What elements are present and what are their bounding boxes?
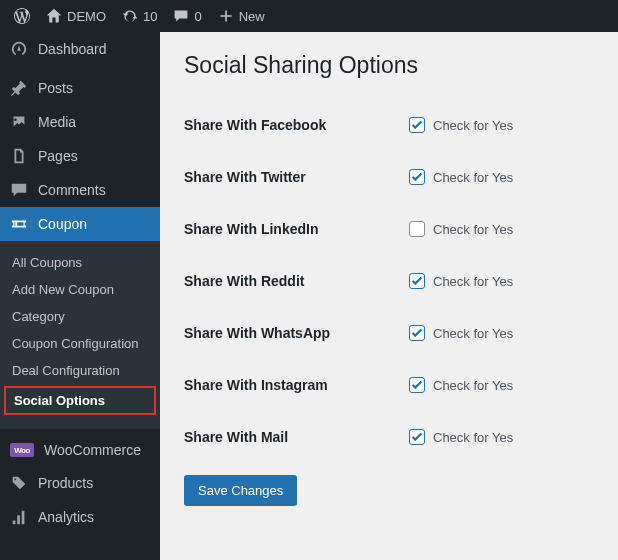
coupon-submenu: All Coupons Add New Coupon Category Coup… [0,241,160,429]
checkbox-label[interactable]: Check for Yes [433,378,513,393]
checkbox-label[interactable]: Check for Yes [433,274,513,289]
sidebar-item-label: Dashboard [38,41,107,57]
submenu-social-options[interactable]: Social Options [4,386,156,415]
wordpress-icon [14,8,30,24]
home-icon [46,8,62,24]
sidebar-item-products[interactable]: Products [0,466,160,500]
option-label: Share With WhatsApp [184,325,409,341]
option-control: Check for Yes [409,429,513,445]
sidebar-item-comments[interactable]: Comments [0,173,160,207]
new-label: New [239,9,265,24]
option-control: Check for Yes [409,169,513,185]
checkbox-label[interactable]: Check for Yes [433,170,513,185]
coupon-icon [10,215,28,233]
sidebar-item-woocommerce[interactable]: Woo WooCommerce [0,434,160,466]
sidebar-item-label: Media [38,114,76,130]
checkbox[interactable] [409,429,425,445]
checkbox[interactable] [409,169,425,185]
admin-sidebar: Dashboard Posts Media Pages Comments Cou… [0,32,160,560]
option-label: Share With Reddit [184,273,409,289]
updates-count: 10 [143,9,157,24]
page-title: Social Sharing Options [184,52,594,79]
checkbox-label[interactable]: Check for Yes [433,118,513,133]
comments-count: 0 [194,9,201,24]
checkbox[interactable] [409,221,425,237]
sidebar-item-label: Comments [38,182,106,198]
pages-icon [10,147,28,165]
save-changes-button[interactable]: Save Changes [184,475,297,506]
sidebar-item-label: Analytics [38,509,94,525]
products-icon [10,474,28,492]
sidebar-item-label: Coupon [38,216,87,232]
option-control: Check for Yes [409,117,513,133]
comment-icon [173,8,189,24]
option-row: Share With Mail Check for Yes [184,411,594,463]
option-control: Check for Yes [409,325,513,341]
checkbox[interactable] [409,117,425,133]
wordpress-logo-link[interactable] [8,0,36,32]
sidebar-item-label: Posts [38,80,73,96]
option-label: Share With Mail [184,429,409,445]
option-label: Share With LinkedIn [184,221,409,237]
submenu-add-new-coupon[interactable]: Add New Coupon [0,276,160,303]
checkbox-label[interactable]: Check for Yes [433,222,513,237]
submenu-category[interactable]: Category [0,303,160,330]
option-row: Share With LinkedIn Check for Yes [184,203,594,255]
option-label: Share With Facebook [184,117,409,133]
comments-link[interactable]: 0 [167,0,207,32]
sidebar-item-analytics[interactable]: Analytics [0,500,160,534]
checkbox-label[interactable]: Check for Yes [433,430,513,445]
analytics-icon [10,508,28,526]
updates-link[interactable]: 10 [116,0,163,32]
pin-icon [10,79,28,97]
site-name: DEMO [67,9,106,24]
media-icon [10,113,28,131]
plus-icon [218,8,234,24]
option-label: Share With Twitter [184,169,409,185]
dashboard-icon [10,40,28,58]
sidebar-item-label: WooCommerce [44,442,141,458]
sidebar-item-pages[interactable]: Pages [0,139,160,173]
admin-toolbar: DEMO 10 0 New [0,0,618,32]
checkbox[interactable] [409,325,425,341]
option-row: Share With WhatsApp Check for Yes [184,307,594,359]
submenu-all-coupons[interactable]: All Coupons [0,249,160,276]
submenu-deal-configuration[interactable]: Deal Configuration [0,357,160,384]
sidebar-item-dashboard[interactable]: Dashboard [0,32,160,66]
sidebar-item-media[interactable]: Media [0,105,160,139]
checkbox[interactable] [409,273,425,289]
option-row: Share With Twitter Check for Yes [184,151,594,203]
site-link[interactable]: DEMO [40,0,112,32]
sidebar-item-label: Pages [38,148,78,164]
new-content-link[interactable]: New [212,0,271,32]
checkbox[interactable] [409,377,425,393]
sidebar-item-coupon[interactable]: Coupon [0,207,160,241]
main-content: Social Sharing Options Share With Facebo… [160,32,618,560]
option-row: Share With Facebook Check for Yes [184,99,594,151]
comments-icon [10,181,28,199]
sidebar-item-posts[interactable]: Posts [0,71,160,105]
update-icon [122,8,138,24]
checkbox-label[interactable]: Check for Yes [433,326,513,341]
option-control: Check for Yes [409,273,513,289]
sidebar-item-label: Products [38,475,93,491]
submenu-coupon-configuration[interactable]: Coupon Configuration [0,330,160,357]
option-row: Share With Instagram Check for Yes [184,359,594,411]
option-control: Check for Yes [409,221,513,237]
woocommerce-icon: Woo [10,443,34,457]
option-row: Share With Reddit Check for Yes [184,255,594,307]
option-label: Share With Instagram [184,377,409,393]
option-control: Check for Yes [409,377,513,393]
